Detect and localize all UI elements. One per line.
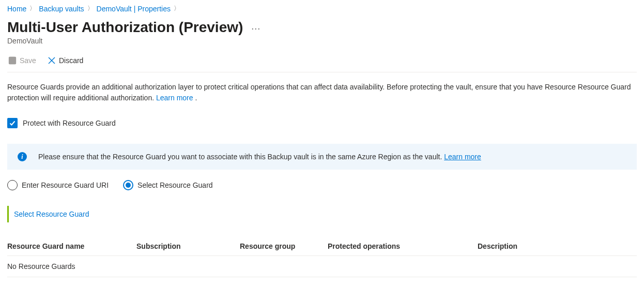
breadcrumb-backup-vaults[interactable]: Backup vaults: [39, 5, 84, 13]
protect-checkbox[interactable]: [7, 118, 18, 128]
protect-checkbox-row[interactable]: Protect with Resource Guard: [7, 118, 637, 128]
th-name[interactable]: Resource Guard name: [7, 242, 136, 250]
more-actions-button[interactable]: ···: [251, 19, 260, 34]
close-icon: [48, 56, 56, 65]
breadcrumb-demovault-properties[interactable]: DemoVault | Properties: [97, 5, 171, 13]
protect-checkbox-label: Protect with Resource Guard: [23, 119, 116, 127]
page-title: Multi-User Authorization (Preview): [7, 19, 243, 36]
table-header: Resource Guard name Subscription Resourc…: [7, 237, 637, 256]
discard-label: Discard: [59, 56, 83, 65]
th-resource-group[interactable]: Resource group: [240, 242, 328, 250]
th-subscription[interactable]: Subscription: [136, 242, 240, 250]
description-body: Resource Guards provide an additional au…: [7, 83, 631, 102]
svg-rect-1: [10, 57, 14, 59]
radio-select-guard[interactable]: Select Resource Guard: [123, 180, 213, 190]
select-resource-guard-row: Select Resource Guard: [7, 206, 637, 222]
radio-input-uri[interactable]: [7, 180, 18, 190]
table-empty-row: No Resource Guards: [7, 256, 637, 277]
info-icon: i: [18, 152, 27, 161]
radio-input-select[interactable]: [123, 180, 133, 190]
breadcrumb-home[interactable]: Home: [7, 5, 26, 13]
info-text: Please ensure that the Resource Guard yo…: [38, 153, 444, 161]
select-resource-guard-link[interactable]: Select Resource Guard: [14, 210, 89, 218]
info-banner: i Please ensure that the Resource Guard …: [7, 144, 637, 170]
resource-guard-table: Resource Guard name Subscription Resourc…: [7, 237, 637, 277]
radio-enter-uri[interactable]: Enter Resource Guard URI: [7, 180, 109, 190]
chevron-right-icon: 〉: [87, 4, 94, 13]
save-label: Save: [20, 56, 36, 65]
chevron-right-icon: 〉: [174, 4, 180, 13]
discard-button[interactable]: Discard: [47, 54, 84, 67]
description-text: Resource Guards provide an additional au…: [7, 82, 637, 103]
toolbar: Save Discard: [7, 54, 637, 72]
th-description[interactable]: Description: [478, 242, 637, 250]
page-title-row: Multi-User Authorization (Preview) ···: [7, 17, 637, 36]
description-period: .: [193, 94, 197, 102]
radio-label-select: Select Resource Guard: [137, 181, 213, 189]
save-button: Save: [7, 54, 37, 67]
chevron-right-icon: 〉: [29, 4, 36, 13]
th-protected-ops[interactable]: Protected operations: [328, 242, 478, 250]
radio-label-uri: Enter Resource Guard URI: [22, 181, 109, 189]
page-subtitle: DemoVault: [7, 37, 637, 45]
info-learn-more-link[interactable]: Learn more: [444, 153, 481, 161]
breadcrumb: Home 〉 Backup vaults 〉 DemoVault | Prope…: [7, 4, 637, 13]
radio-group: Enter Resource Guard URI Select Resource…: [7, 180, 637, 190]
svg-rect-2: [10, 61, 15, 64]
learn-more-link[interactable]: Learn more: [156, 94, 193, 102]
info-banner-text: Please ensure that the Resource Guard yo…: [38, 153, 481, 161]
checkmark-icon: [9, 119, 16, 127]
save-icon: [8, 56, 17, 65]
